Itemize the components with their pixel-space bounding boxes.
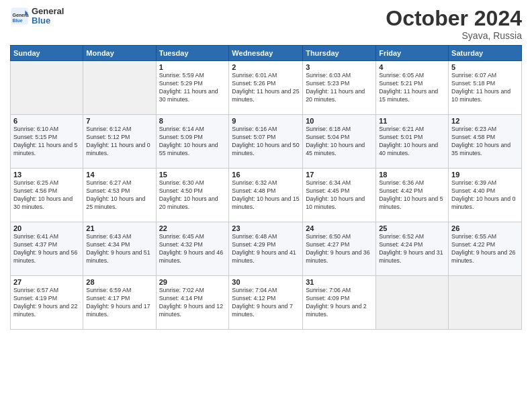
day-number: 31: [306, 278, 373, 286]
logo-general: General: [32, 7, 64, 16]
calendar-day-cell: 1Sunrise: 5:59 AM Sunset: 5:29 PM Daylig…: [156, 61, 229, 115]
calendar-day-cell: 13Sunrise: 6:25 AM Sunset: 4:56 PM Dayli…: [11, 169, 83, 222]
calendar-day-cell: 30Sunrise: 7:04 AM Sunset: 4:12 PM Dayli…: [229, 276, 303, 330]
weekday-header-cell: Tuesday: [156, 46, 229, 61]
calendar-table: SundayMondayTuesdayWednesdayThursdayFrid…: [10, 45, 522, 330]
day-info: Sunrise: 6:45 AM Sunset: 4:32 PM Dayligh…: [159, 233, 226, 265]
header: General Blue General Blue October 2024 S…: [10, 7, 522, 41]
calendar-day-cell: 19Sunrise: 6:39 AM Sunset: 4:40 PM Dayli…: [449, 169, 522, 222]
day-info: Sunrise: 6:07 AM Sunset: 5:18 PM Dayligh…: [451, 72, 519, 104]
day-number: 2: [232, 63, 300, 71]
day-info: Sunrise: 6:39 AM Sunset: 4:40 PM Dayligh…: [451, 179, 519, 212]
calendar-day-cell: 28Sunrise: 6:59 AM Sunset: 4:17 PM Dayli…: [83, 276, 156, 330]
calendar-day-cell: [11, 61, 83, 115]
weekday-header-cell: Wednesday: [229, 46, 303, 61]
day-number: 1: [159, 63, 226, 71]
calendar-day-cell: 29Sunrise: 7:02 AM Sunset: 4:14 PM Dayli…: [156, 276, 229, 330]
day-number: 25: [379, 224, 445, 232]
day-info: Sunrise: 6:23 AM Sunset: 4:58 PM Dayligh…: [451, 126, 519, 158]
title-block: October 2024 Syava, Russia: [386, 7, 522, 41]
calendar-day-cell: 17Sunrise: 6:34 AM Sunset: 4:45 PM Dayli…: [303, 169, 376, 222]
calendar-page: General Blue General Blue October 2024 S…: [0, 0, 532, 411]
day-number: 7: [86, 117, 152, 125]
svg-text:Blue: Blue: [13, 18, 23, 23]
calendar-day-cell: 24Sunrise: 6:50 AM Sunset: 4:27 PM Dayli…: [303, 222, 376, 276]
day-info: Sunrise: 6:05 AM Sunset: 5:21 PM Dayligh…: [379, 72, 445, 104]
day-info: Sunrise: 6:34 AM Sunset: 4:45 PM Dayligh…: [306, 179, 373, 212]
day-info: Sunrise: 6:21 AM Sunset: 5:01 PM Dayligh…: [379, 126, 445, 158]
day-number: 28: [86, 278, 152, 286]
calendar-body: 1Sunrise: 5:59 AM Sunset: 5:29 PM Daylig…: [11, 61, 522, 330]
day-number: 10: [306, 117, 373, 125]
calendar-day-cell: 31Sunrise: 7:06 AM Sunset: 4:09 PM Dayli…: [303, 276, 376, 330]
day-info: Sunrise: 6:01 AM Sunset: 5:26 PM Dayligh…: [232, 72, 300, 104]
day-info: Sunrise: 7:06 AM Sunset: 4:09 PM Dayligh…: [306, 287, 373, 319]
day-info: Sunrise: 6:32 AM Sunset: 4:48 PM Dayligh…: [232, 179, 300, 212]
calendar-day-cell: 3Sunrise: 6:03 AM Sunset: 5:23 PM Daylig…: [303, 61, 376, 115]
day-info: Sunrise: 6:55 AM Sunset: 4:22 PM Dayligh…: [451, 233, 519, 265]
logo-text-block: General Blue: [32, 7, 64, 26]
day-number: 29: [159, 278, 226, 286]
day-number: 19: [451, 171, 519, 179]
calendar-day-cell: 23Sunrise: 6:48 AM Sunset: 4:29 PM Dayli…: [229, 222, 303, 276]
calendar-day-cell: 27Sunrise: 6:57 AM Sunset: 4:19 PM Dayli…: [11, 276, 83, 330]
day-info: Sunrise: 6:52 AM Sunset: 4:24 PM Dayligh…: [379, 233, 445, 265]
weekday-header-cell: Monday: [83, 46, 156, 61]
day-number: 6: [13, 117, 80, 125]
day-info: Sunrise: 5:59 AM Sunset: 5:29 PM Dayligh…: [159, 72, 226, 104]
calendar-week-row: 13Sunrise: 6:25 AM Sunset: 4:56 PM Dayli…: [11, 169, 522, 222]
calendar-day-cell: 14Sunrise: 6:27 AM Sunset: 4:53 PM Dayli…: [83, 169, 156, 222]
weekday-header-cell: Sunday: [11, 46, 83, 61]
day-info: Sunrise: 6:12 AM Sunset: 5:12 PM Dayligh…: [86, 126, 152, 158]
month-title: October 2024: [386, 7, 522, 30]
location-subtitle: Syava, Russia: [386, 30, 522, 41]
calendar-day-cell: [449, 276, 522, 330]
calendar-day-cell: 2Sunrise: 6:01 AM Sunset: 5:26 PM Daylig…: [229, 61, 303, 115]
day-info: Sunrise: 6:27 AM Sunset: 4:53 PM Dayligh…: [86, 179, 152, 212]
day-number: 8: [159, 117, 226, 125]
calendar-week-row: 20Sunrise: 6:41 AM Sunset: 4:37 PM Dayli…: [11, 222, 522, 276]
day-number: 17: [306, 171, 373, 179]
day-number: 13: [13, 171, 80, 179]
day-number: 26: [451, 224, 519, 232]
day-info: Sunrise: 6:18 AM Sunset: 5:04 PM Dayligh…: [306, 126, 373, 158]
calendar-day-cell: 16Sunrise: 6:32 AM Sunset: 4:48 PM Dayli…: [229, 169, 303, 222]
day-number: 5: [451, 63, 519, 71]
calendar-week-row: 6Sunrise: 6:10 AM Sunset: 5:15 PM Daylig…: [11, 115, 522, 169]
day-number: 3: [306, 63, 373, 71]
day-number: 4: [379, 63, 445, 71]
calendar-day-cell: 18Sunrise: 6:36 AM Sunset: 4:42 PM Dayli…: [376, 169, 449, 222]
calendar-week-row: 1Sunrise: 5:59 AM Sunset: 5:29 PM Daylig…: [11, 61, 522, 115]
calendar-day-cell: 21Sunrise: 6:43 AM Sunset: 4:34 PM Dayli…: [83, 222, 156, 276]
calendar-day-cell: 10Sunrise: 6:18 AM Sunset: 5:04 PM Dayli…: [303, 115, 376, 169]
day-info: Sunrise: 6:16 AM Sunset: 5:07 PM Dayligh…: [232, 126, 300, 158]
day-number: 18: [379, 171, 445, 179]
day-info: Sunrise: 6:14 AM Sunset: 5:09 PM Dayligh…: [159, 126, 226, 158]
calendar-day-cell: 20Sunrise: 6:41 AM Sunset: 4:37 PM Dayli…: [11, 222, 83, 276]
day-number: 21: [86, 224, 152, 232]
day-info: Sunrise: 6:25 AM Sunset: 4:56 PM Dayligh…: [13, 179, 80, 212]
day-info: Sunrise: 6:50 AM Sunset: 4:27 PM Dayligh…: [306, 233, 373, 265]
logo: General Blue General Blue: [10, 7, 64, 26]
weekday-header-cell: Thursday: [303, 46, 376, 61]
day-number: 15: [159, 171, 226, 179]
day-number: 14: [86, 171, 152, 179]
day-number: 12: [451, 117, 519, 125]
calendar-day-cell: 5Sunrise: 6:07 AM Sunset: 5:18 PM Daylig…: [449, 61, 522, 115]
day-info: Sunrise: 6:41 AM Sunset: 4:37 PM Dayligh…: [13, 233, 80, 265]
day-number: 16: [232, 171, 300, 179]
day-info: Sunrise: 7:04 AM Sunset: 4:12 PM Dayligh…: [232, 287, 300, 319]
calendar-day-cell: [376, 276, 449, 330]
weekday-header-row: SundayMondayTuesdayWednesdayThursdayFrid…: [11, 46, 522, 61]
day-info: Sunrise: 6:10 AM Sunset: 5:15 PM Dayligh…: [13, 126, 80, 158]
day-info: Sunrise: 6:59 AM Sunset: 4:17 PM Dayligh…: [86, 287, 152, 319]
calendar-day-cell: 9Sunrise: 6:16 AM Sunset: 5:07 PM Daylig…: [229, 115, 303, 169]
day-number: 24: [306, 224, 373, 232]
day-info: Sunrise: 6:43 AM Sunset: 4:34 PM Dayligh…: [86, 233, 152, 265]
day-number: 27: [13, 278, 80, 286]
calendar-day-cell: 7Sunrise: 6:12 AM Sunset: 5:12 PM Daylig…: [83, 115, 156, 169]
day-info: Sunrise: 6:03 AM Sunset: 5:23 PM Dayligh…: [306, 72, 373, 104]
weekday-header-cell: Saturday: [449, 46, 522, 61]
calendar-day-cell: 26Sunrise: 6:55 AM Sunset: 4:22 PM Dayli…: [449, 222, 522, 276]
logo-icon: General Blue: [10, 7, 29, 26]
